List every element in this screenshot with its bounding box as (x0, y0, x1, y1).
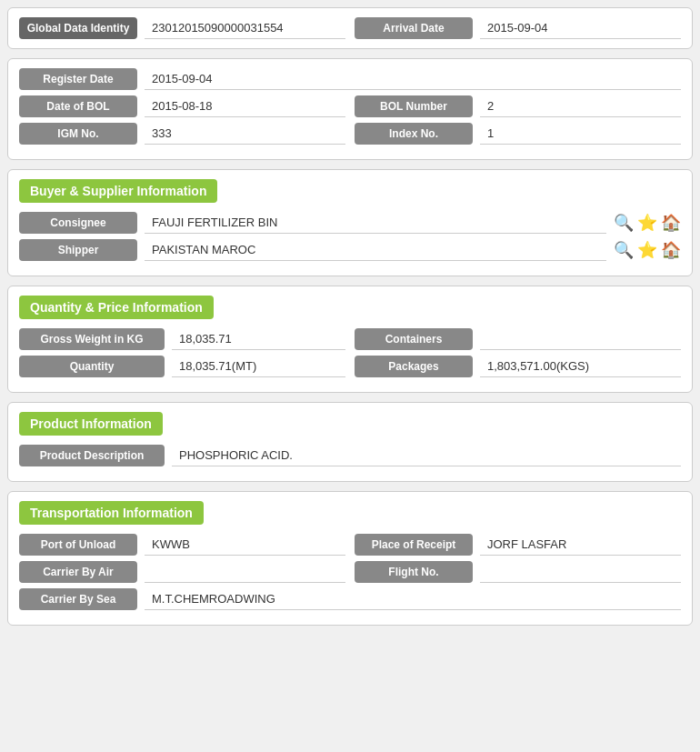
transportation-card: Transportation Information Port of Unloa… (7, 491, 693, 626)
bol-number-label: BOL Number (355, 95, 473, 117)
buyer-supplier-card: Buyer & Supplier Information Consignee F… (7, 169, 693, 276)
global-identity-label: Global Data Identity (19, 17, 137, 39)
flight-no-group: Flight No. (355, 561, 681, 583)
containers-value (480, 328, 681, 350)
consignee-value: FAUJI FERTILIZER BIN (145, 212, 606, 234)
air-flight-row: Carrier By Air Flight No. (19, 561, 681, 583)
date-bol-value: 2015-08-18 (145, 95, 345, 117)
port-place-row: Port of Unload KWWB Place of Receipt JOR… (19, 534, 681, 556)
consignee-search-icon[interactable]: 🔍 (614, 215, 634, 231)
quantity-price-header: Quantity & Price Information (19, 296, 214, 319)
consignee-row: Consignee FAUJI FERTILIZER BIN 🔍 ⭐ 🏠 (19, 212, 681, 234)
port-of-unload-value: KWWB (145, 534, 345, 556)
index-no-value: 1 (480, 123, 681, 145)
gross-weight-group: Gross Weight in KG 18,035.71 (19, 328, 345, 350)
flight-no-label: Flight No. (355, 561, 473, 583)
igm-no-value: 333 (145, 123, 345, 145)
port-of-unload-group: Port of Unload KWWB (19, 534, 345, 556)
bol-row: Date of BOL 2015-08-18 BOL Number 2 (19, 95, 681, 117)
product-info-header: Product Information (19, 412, 163, 436)
carrier-by-sea-row: Carrier By Sea M.T.CHEMROADWING (19, 588, 681, 610)
igm-no-group: IGM No. 333 (19, 123, 345, 145)
carrier-by-sea-label: Carrier By Sea (19, 588, 137, 610)
buyer-supplier-header: Buyer & Supplier Information (19, 179, 217, 203)
register-date-row: Register Date 2015-09-04 (19, 68, 681, 90)
carrier-by-air-label: Carrier By Air (19, 561, 137, 583)
weight-containers-row: Gross Weight in KG 18,035.71 Containers (19, 328, 681, 350)
place-of-receipt-label: Place of Receipt (355, 534, 473, 556)
bol-number-value: 2 (480, 95, 681, 117)
product-info-card: Product Information Product Description … (7, 402, 693, 482)
gross-weight-label: Gross Weight in KG (19, 328, 165, 350)
shipper-star-icon[interactable]: ⭐ (637, 242, 657, 258)
date-bol-group: Date of BOL 2015-08-18 (19, 95, 345, 117)
transportation-header: Transportation Information (19, 501, 204, 525)
product-description-value: PHOSPHORIC ACID. (172, 445, 681, 466)
consignee-home-icon[interactable]: 🏠 (661, 215, 681, 231)
gross-weight-value: 18,035.71 (172, 328, 345, 350)
consignee-star-icon[interactable]: ⭐ (637, 215, 657, 231)
index-no-group: Index No. 1 (355, 123, 681, 145)
packages-label: Packages (355, 356, 473, 377)
packages-group: Packages 1,803,571.00(KGS) (355, 356, 681, 377)
global-identity-card: Global Data Identity 2301201509000003155… (7, 7, 693, 49)
carrier-by-air-value (145, 561, 345, 583)
carrier-by-air-group: Carrier By Air (19, 561, 345, 583)
place-of-receipt-value: JORF LASFAR (480, 534, 681, 556)
flight-no-value (480, 561, 681, 583)
index-no-label: Index No. (355, 123, 473, 145)
product-description-row: Product Description PHOSPHORIC ACID. (19, 445, 681, 466)
shipper-icons: 🔍 ⭐ 🏠 (614, 242, 681, 258)
global-identity-value: 23012015090000031554 (145, 17, 345, 39)
packages-value: 1,803,571.00(KGS) (480, 356, 681, 377)
quantity-packages-row: Quantity 18,035.71(MT) Packages 1,803,57… (19, 356, 681, 377)
shipper-label: Shipper (19, 239, 137, 261)
date-bol-label: Date of BOL (19, 95, 137, 117)
shipper-search-icon[interactable]: 🔍 (614, 242, 634, 258)
igm-row: IGM No. 333 Index No. 1 (19, 123, 681, 145)
containers-label: Containers (355, 328, 473, 350)
quantity-label: Quantity (19, 356, 165, 377)
place-of-receipt-group: Place of Receipt JORF LASFAR (355, 534, 681, 556)
register-date-label: Register Date (19, 68, 137, 90)
register-date-value: 2015-09-04 (145, 68, 681, 90)
containers-group: Containers (355, 328, 681, 350)
bol-number-group: BOL Number 2 (355, 95, 681, 117)
shipper-value: PAKISTAN MAROC (145, 239, 606, 261)
product-description-label: Product Description (19, 445, 165, 466)
carrier-by-sea-value: M.T.CHEMROADWING (145, 588, 681, 610)
meta-info-card: Register Date 2015-09-04 Date of BOL 201… (7, 58, 693, 160)
shipper-row: Shipper PAKISTAN MAROC 🔍 ⭐ 🏠 (19, 239, 681, 261)
consignee-label: Consignee (19, 212, 137, 234)
shipper-home-icon[interactable]: 🏠 (661, 242, 681, 258)
igm-no-label: IGM No. (19, 123, 137, 145)
quantity-value: 18,035.71(MT) (172, 356, 345, 377)
quantity-group: Quantity 18,035.71(MT) (19, 356, 345, 377)
arrival-date-label: Arrival Date (355, 17, 473, 39)
consignee-icons: 🔍 ⭐ 🏠 (614, 215, 681, 231)
port-of-unload-label: Port of Unload (19, 534, 137, 556)
quantity-price-card: Quantity & Price Information Gross Weigh… (7, 286, 693, 393)
arrival-date-value: 2015-09-04 (480, 17, 681, 39)
